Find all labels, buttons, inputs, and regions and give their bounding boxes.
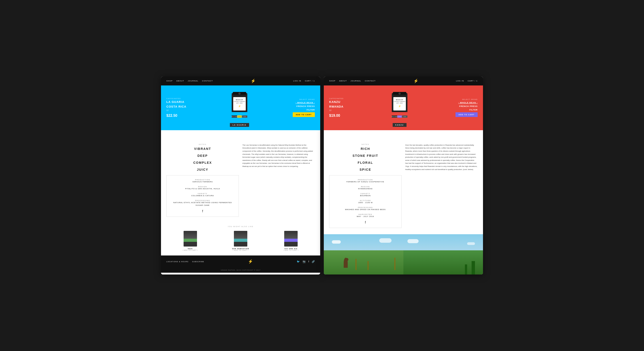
screen-left: SHOP ABOUT JOURNAL CONTACT ⚡ LOG IN CART… [161,77,320,274]
variety-row-right: VARIETY BOURBON [333,193,398,197]
rec-add-six-one-six[interactable]: / ADD TO CART / [267,249,315,251]
harvested-label-right: HARVESTED [333,214,398,215]
rec-item-san-sebastian: SAN SEBASTIAN / ADD TO CART / [217,231,264,251]
hero-right: CAFFEINATED KANZU RWANDA 12 $19.00 MADCA… [324,86,483,130]
nav-cart[interactable]: CART / 1 [305,80,315,82]
svg-point-18 [399,93,400,94]
footer-logo-left: ⚡ [248,259,253,264]
nav-login[interactable]: LOG IN [293,80,301,82]
nav-journal[interactable]: JOURNAL [188,80,198,82]
product-detail-left: NOTES VIBRANT - DEEP - COMPLEX - JUICY P… [161,130,320,221]
rec-bag-six-one-six [284,231,298,246]
hero-grind-right: SELECT GRIND - WHOLE BEAN - FRENCH PRESS… [456,99,478,117]
nav-links-right-right: LOG IN CART / 1 [456,80,478,82]
notes-info-left: NOTES VIBRANT - DEEP - COMPLEX - JUICY P… [166,144,239,217]
nav-cart-right[interactable]: CART / 1 [468,80,478,82]
variety-row-left: VARIETY COLOMBIA & CATURA [170,193,235,197]
landscape-photo-right [404,234,483,274]
add-to-cart-right[interactable]: ADD TO CART [456,112,478,117]
caffeinated-label-left: CAFFEINATED [166,98,186,99]
instagram-icon[interactable]: 📷 [302,260,306,263]
nav-logo-left: ⚡ [251,79,256,84]
nav-about[interactable]: ABOUT [176,80,184,82]
svg-text:WHOLE BEAN: WHOLE BEAN [391,116,397,117]
altitude-row-right: ALTITUDE 1800 - 2100 M [333,200,398,204]
rec-bag-san-sebastian [234,231,247,246]
altitude-value-right: 1800 - 2100 M [333,201,398,204]
product-detail-right: NOTES RICH - STONE FRUIT - FLORAL - SPIC… [324,130,483,232]
rec-item-inza: INZA / ADD TO CART / [166,231,214,251]
region-label-right: REGION [333,186,398,187]
recommendations-left: YOU MIGHT ALSO LIKE INZA / ADD TO CART /… [161,221,320,255]
screen-right: SHOP ABOUT JOURNAL CONTACT ⚡ LOG IN CART… [324,77,483,274]
note-stone-fruit: STONE FRUIT [329,154,402,158]
description-left: The Las Serranias is decaffeinated using… [242,144,315,217]
note-complex: COMPLEX [166,161,239,165]
social-icon-left[interactable]: f [170,209,235,213]
processing-value-left: NATURAL ETHYL ACETATE METHOD USING FERME… [170,201,235,207]
price-left: $22.50 [166,114,186,118]
coffee-bag-right: MADCAP COFFEE COMPANY EST. 2008 ⚡ WHOLE … [388,89,411,122]
nav-about-right[interactable]: ABOUT [339,80,347,82]
rec-bag-inza [184,231,197,246]
facebook-icon[interactable]: f [308,260,309,263]
nav-journal-right[interactable]: JOURNAL [350,80,361,82]
hero-left: CAFFEINATED LA GUARIA COSTA RICA 12 $22.… [161,86,320,130]
bag-wrapper-right: MADCAP COFFEE COMPANY EST. 2008 ⚡ WHOLE … [388,89,411,127]
hero-grind-left: SELECT GRIND - WHOLE BEAN - FRENCH PRESS… [293,99,315,117]
svg-text:CORTEZ: CORTEZ [238,116,242,117]
svg-text:COFFEE COMPANY: COFFEE COMPANY [234,101,246,102]
nav-logo-right: ⚡ [414,79,418,84]
svg-text:12 OZ: 12 OZ [404,116,406,117]
nav-shop[interactable]: SHOP [166,80,173,82]
processing-value-right: WASHED AND DRIED ON RAISED BEDS [333,208,398,211]
svg-text:⚡: ⚡ [398,105,401,108]
rss-icon[interactable]: 🔗 [312,260,315,263]
notes-title-left: NOTES [166,144,239,145]
nav-shop-right[interactable]: SHOP [329,80,336,82]
rec-title-left: YOU MIGHT ALSO LIKE [166,226,315,227]
note-vibrant: VIBRANT [166,147,239,151]
coffee-bag-left: MADCAP COFFEE COMPANY EST. 2008 ⚡ WHOLE … [228,89,251,122]
production-row-left: PRODUCTION VARIOUS FARMERS [170,179,235,183]
footer-subscribe[interactable]: SUBSCRIBE [192,261,204,262]
footer-locations[interactable]: LOCATIONS & HOURS [166,261,188,262]
select-grind-label-right: SELECT GRIND [462,99,478,100]
description-text-left: The Las Serranias is decaffeinated using… [242,144,315,168]
info-card-right: PRODUCTION FARMERS OF KANZU COOPERATIVE … [329,175,402,228]
nav-contact-right[interactable]: CONTACT [365,80,376,82]
footer-social-left: 🐦 📷 f 🔗 [297,260,315,263]
grind-filter-right[interactable]: FILTER [469,109,478,111]
processing-label-right: PROCESSING [333,207,398,208]
nav-links-left: SHOP ABOUT JOURNAL CONTACT [166,80,213,82]
production-label-left: PRODUCTION [170,179,235,181]
notes-title-right: NOTES [329,144,402,145]
hero-content-left: CAFFEINATED LA GUARIA COSTA RICA 12 $22.… [161,86,320,130]
notes-info-right: NOTES RICH - STONE FRUIT - FLORAL - SPIC… [329,144,402,228]
grind-french-press-left[interactable]: FRENCH PRESS [296,105,315,107]
variety-value-right: BOURBON [333,194,398,197]
grind-whole-bean-left[interactable]: - WHOLE BEAN - [296,102,315,104]
nav-contact[interactable]: CONTACT [202,80,213,82]
svg-text:12 OZ: 12 OZ [243,116,246,117]
bag-name-right: KANZU [393,123,406,127]
rec-add-inza[interactable]: / ADD TO CART / [166,249,214,251]
region-row-left: REGION PITALITO & SAN AGUSTIN, HUILA [170,186,235,190]
footer-copy-left: GRAND RAPIDS, MICH COPYRIGHT © 2017 [161,267,320,273]
size-label-left: 12 [166,109,186,111]
twitter-icon[interactable]: 🐦 [297,260,300,263]
grind-french-press-right[interactable]: FRENCH PRESS [459,105,478,107]
grind-whole-bean-right[interactable]: - WHOLE BEAN - [458,102,478,104]
grind-filter-left[interactable]: FILTER [306,109,315,111]
note-div-r2: - [329,158,402,161]
rec-name-six-one-six: SIX ONE SIX [267,248,315,249]
rec-add-san-sebastian[interactable]: / ADD TO CART / [217,249,264,251]
svg-point-3 [238,93,240,94]
social-icon-right[interactable]: f [333,221,398,224]
footer-links-left: LOCATIONS & HOURS SUBSCRIBE [166,261,204,262]
add-to-cart-left[interactable]: ADD TO CART [293,112,315,117]
production-value-left: VARIOUS FARMERS [170,181,235,183]
nav-login-right[interactable]: LOG IN [456,80,464,82]
note-juicy: JUICY [166,168,239,172]
size-label-right: 12 [329,109,344,111]
